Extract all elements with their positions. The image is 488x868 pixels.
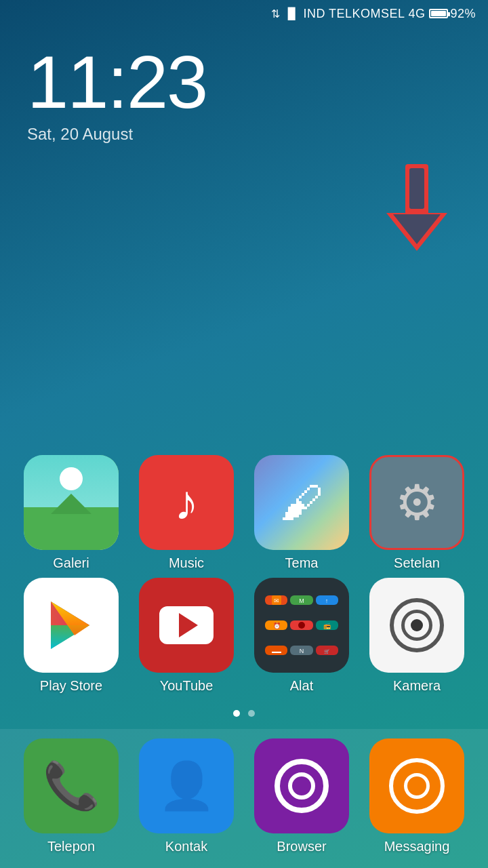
message-bubble-icon — [389, 758, 445, 814]
page-dots — [0, 710, 488, 717]
svg-point-9 — [298, 622, 305, 629]
youtube-play-button — [159, 606, 214, 644]
svg-text:✉: ✉ — [274, 597, 279, 604]
battery-fill — [431, 11, 446, 16]
carrier-text: IND TELKOMSEL 4G — [303, 7, 425, 21]
playstore-icon[interactable] — [24, 578, 119, 673]
kamera-label: Kamera — [393, 678, 441, 694]
alat-cell-5 — [290, 620, 312, 630]
app-item-browser[interactable]: Browser — [249, 738, 354, 854]
youtube-label: YouTube — [160, 678, 214, 694]
signal-bars-icon: ▐▌ — [284, 7, 300, 20]
alat-cell-8: N — [290, 646, 312, 655]
annotation-arrow — [386, 164, 447, 255]
battery-indicator: 92% — [429, 7, 476, 21]
home-screen: ⇅ ▐▌ IND TELKOMSEL 4G 92% 11:23 Sat, 20 … — [0, 0, 488, 868]
music-note-icon: ♪ — [174, 475, 199, 530]
tema-icon[interactable]: 🖌 — [254, 455, 349, 550]
alat-cell-4: ⏰ — [265, 620, 287, 630]
app-item-setelan[interactable]: ⚙ Setelan — [365, 455, 470, 571]
browser-inner-circle — [288, 772, 315, 800]
browser-circle — [274, 759, 329, 813]
status-icons: ⇅ ▐▌ IND TELKOMSEL 4G 92% — [271, 7, 476, 21]
clock-time: 11:23 — [27, 45, 461, 119]
status-bar: ⇅ ▐▌ IND TELKOMSEL 4G 92% — [0, 0, 488, 24]
galeri-label: Galeri — [53, 555, 89, 571]
page-dot-1[interactable] — [233, 710, 240, 717]
svg-rect-2 — [409, 168, 424, 209]
setelan-icon[interactable]: ⚙ — [369, 455, 464, 550]
youtube-icon[interactable] — [139, 578, 234, 673]
svg-text:▬▬: ▬▬ — [272, 649, 281, 654]
app-row-2: Play Store YouTube ✉ — [14, 578, 474, 694]
battery-percent: 92% — [450, 7, 476, 21]
music-icon[interactable]: ♪ — [139, 455, 234, 550]
app-item-galeri[interactable]: Galeri — [19, 455, 124, 571]
camera-lens-center — [411, 619, 423, 631]
alat-cell-9: 🛒 — [316, 646, 338, 655]
camera-lens-outer — [390, 598, 444, 652]
gear-icon: ⚙ — [395, 474, 439, 531]
message-inner-circle — [404, 773, 430, 799]
app-item-tema[interactable]: 🖌 Tema — [249, 455, 354, 571]
alat-cell-2: M — [290, 595, 312, 605]
clock-area: 11:23 Sat, 20 August — [0, 24, 488, 151]
app-item-messaging[interactable]: Messaging — [365, 738, 470, 854]
svg-text:📻: 📻 — [323, 622, 331, 630]
clock-date: Sat, 20 August — [27, 125, 461, 144]
alat-cell-6: 📻 — [316, 620, 338, 630]
alat-icon[interactable]: ✉ M ↑ ⏰ 📻 — [254, 578, 349, 673]
camera-lens-inner — [401, 610, 432, 641]
phone-handset-icon: 📞 — [43, 759, 100, 813]
alat-label: Alat — [290, 678, 313, 694]
dock: 📞 Telepon 👤 Kontak Browser — [0, 729, 488, 868]
battery-icon — [429, 9, 448, 18]
telepon-icon[interactable]: 📞 — [24, 738, 119, 833]
svg-text:N: N — [300, 648, 304, 654]
app-item-kontak[interactable]: 👤 Kontak — [134, 738, 239, 854]
browser-icon[interactable] — [254, 738, 349, 833]
app-row-1: Galeri ♪ Music 🖌 Tema ⚙ S — [14, 455, 474, 571]
setelan-label: Setelan — [394, 555, 440, 571]
middle-space — [0, 151, 488, 455]
browser-label: Browser — [277, 839, 326, 854]
app-item-playstore[interactable]: Play Store — [19, 578, 124, 694]
kontak-label: Kontak — [165, 839, 207, 854]
alat-cell-3: ↑ — [316, 595, 338, 605]
telepon-label: Telepon — [47, 839, 95, 854]
app-item-telepon[interactable]: 📞 Telepon — [19, 738, 124, 854]
app-item-music[interactable]: ♪ Music — [134, 455, 239, 571]
music-label: Music — [169, 555, 204, 571]
kamera-icon[interactable] — [369, 578, 464, 673]
person-icon: 👤 — [158, 759, 216, 813]
alat-cell-7: ▬▬ — [265, 646, 287, 655]
app-rows: Galeri ♪ Music 🖌 Tema ⚙ S — [0, 455, 488, 701]
svg-text:↑: ↑ — [325, 597, 329, 604]
youtube-triangle-icon — [179, 613, 198, 637]
galeri-icon[interactable] — [24, 455, 119, 550]
data-arrows-icon: ⇅ — [271, 7, 280, 20]
svg-text:🛒: 🛒 — [324, 648, 330, 654]
alat-cell-1: ✉ — [265, 595, 287, 605]
messaging-icon[interactable] — [369, 738, 464, 833]
brush-icon: 🖌 — [280, 477, 323, 528]
messaging-label: Messaging — [384, 839, 450, 854]
app-item-alat[interactable]: ✉ M ↑ ⏰ 📻 — [249, 578, 354, 694]
kontak-icon[interactable]: 👤 — [139, 738, 234, 833]
playstore-label: Play Store — [40, 678, 102, 694]
svg-text:⏰: ⏰ — [272, 622, 281, 630]
app-item-kamera[interactable]: Kamera — [365, 578, 470, 694]
svg-text:M: M — [299, 597, 304, 604]
tema-label: Tema — [285, 555, 319, 571]
page-dot-2[interactable] — [248, 710, 255, 717]
app-item-youtube[interactable]: YouTube — [134, 578, 239, 694]
